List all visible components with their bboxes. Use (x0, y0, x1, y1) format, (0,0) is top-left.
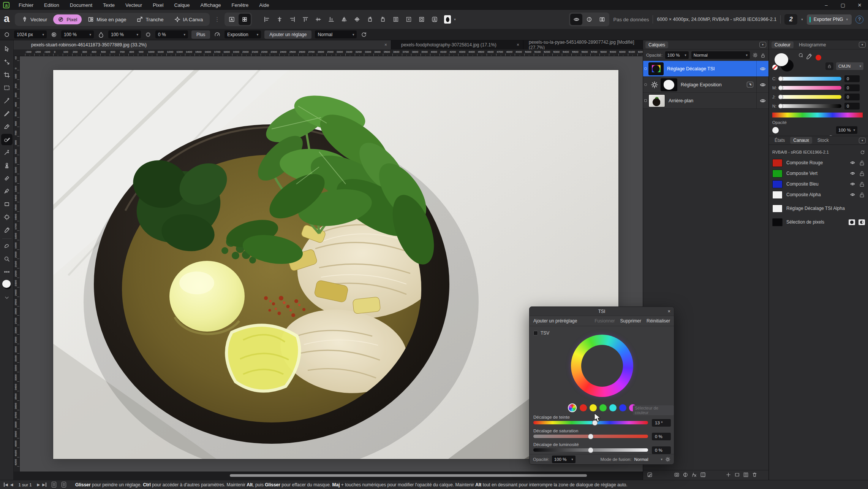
chevron-down-icon[interactable]: ▾ (801, 17, 803, 21)
split-view-button[interactable] (583, 14, 595, 25)
document-tab[interactable]: pexels-su-la-pyae-54514809-28907742.jpg … (523, 40, 650, 49)
export-png-button[interactable]: Exporter PNG ▾ (807, 14, 852, 25)
tab-calques[interactable]: Calques (645, 41, 668, 48)
panel-menu-button[interactable]: ▾ (759, 42, 766, 48)
first-page-button[interactable]: ◀ (4, 483, 8, 487)
layer-blend-select[interactable]: Normal▾ (691, 51, 750, 59)
add-adjustment-button[interactable] (683, 472, 688, 479)
channel-visibility-icon[interactable] (850, 161, 855, 165)
picked-color-swatch[interactable] (816, 55, 821, 60)
opacity-swatch[interactable] (772, 127, 779, 133)
grid-view-button[interactable] (239, 14, 251, 25)
menu-aide[interactable]: Aide (254, 0, 274, 10)
blend-mode-select[interactable]: Normal▾ (315, 30, 357, 38)
help-button[interactable]: ? (855, 16, 863, 24)
luminosity-shift-value[interactable]: 0 % (652, 446, 671, 454)
align-left-button[interactable] (260, 13, 273, 26)
crop-tool[interactable] (1, 69, 13, 81)
erase-tool[interactable] (1, 121, 13, 132)
panel-menu-button[interactable]: ▾ (859, 138, 866, 143)
flip-horizontal-button[interactable] (338, 13, 351, 26)
horizontal-scrollbar[interactable] (14, 472, 656, 480)
pen-tool[interactable] (1, 186, 13, 197)
zoom-tool[interactable] (1, 253, 13, 265)
duplicate-layer-button[interactable] (743, 472, 749, 479)
channel-lock-icon[interactable] (859, 170, 865, 176)
cyan-knob[interactable] (778, 76, 783, 81)
edit-all-layers-button[interactable] (647, 472, 653, 479)
insert-layer-button[interactable] (726, 472, 731, 479)
tsi-dialog[interactable]: TSI × Ajouter un préréglage Fusionner Su… (529, 306, 674, 465)
face-frame-button[interactable] (428, 13, 441, 26)
marquee-tool[interactable] (1, 82, 13, 94)
compare-view-button[interactable] (596, 14, 608, 25)
saturation-shift-value[interactable]: 0 % (652, 433, 671, 440)
channel-lock-icon[interactable] (859, 181, 865, 187)
color-mode-select[interactable]: CMJN▾ (836, 62, 863, 70)
swatch-blue[interactable] (619, 404, 626, 411)
cyan-value[interactable]: 0 (844, 75, 860, 82)
window-maximize-button[interactable]: ▢ (835, 0, 851, 10)
move-tool[interactable] (1, 43, 13, 55)
persona-ia-canva[interactable]: IA Canva (170, 14, 208, 24)
layer-row-exposition[interactable]: Réglage Exposition ◥ (643, 77, 768, 93)
page-duplicate-icon[interactable] (62, 482, 66, 487)
magenta-value[interactable]: 0 (844, 84, 860, 91)
spectrum-strip[interactable] (772, 113, 863, 117)
layer-row-arriere-plan[interactable]: Arrière-plan (643, 93, 768, 109)
toolbar-overflow-icon[interactable]: ⋮ (214, 16, 220, 23)
color-picker-tool[interactable] (1, 224, 13, 236)
adjustment-brush-tool[interactable] (1, 134, 13, 145)
layer-mask-thumbnail[interactable] (661, 78, 677, 91)
layer-visibility-toggle[interactable] (756, 93, 768, 108)
swatch-green[interactable] (599, 404, 607, 411)
color-wheel[interactable] (571, 335, 633, 397)
add-pixel-layer-button[interactable] (700, 472, 706, 479)
menu-pixel[interactable]: Pixel (147, 0, 169, 10)
yellow-slider[interactable] (778, 95, 841, 99)
add-mask-button[interactable] (674, 472, 680, 479)
delete-button[interactable]: Supprimer (620, 318, 641, 324)
selection-half-icon[interactable] (859, 219, 865, 225)
more-tools-button[interactable] (1, 266, 13, 278)
swatch-red[interactable] (580, 404, 587, 411)
clone-tool[interactable] (1, 160, 13, 171)
horizontal-scrollbar-handle[interactable] (230, 474, 587, 477)
tsv-checkbox[interactable] (533, 331, 538, 335)
layer-opacity-field[interactable]: 100 %▾ (665, 51, 689, 59)
chevron-down-icon[interactable]: ▾ (661, 457, 662, 461)
foreground-color-swatch[interactable] (2, 280, 11, 288)
brush-hardness-field[interactable]: 0 %▾ (155, 30, 188, 38)
selection-brush-tool[interactable] (1, 95, 13, 106)
more-button[interactable]: Plus (191, 30, 210, 39)
black-slider[interactable] (778, 104, 841, 108)
tab-histogramme[interactable]: Histogramme (796, 41, 829, 48)
add-preset-button[interactable]: Ajouter un préréglage (533, 318, 577, 324)
layer-link-marker[interactable] (644, 99, 647, 102)
flip-vertical-button[interactable] (351, 13, 364, 26)
brush-opacity-field[interactable]: 100 %▾ (61, 30, 94, 38)
adjustment-select[interactable]: Exposition▾ (225, 30, 261, 38)
saturation-knob[interactable] (588, 433, 594, 439)
next-page-button[interactable]: ▶ (37, 483, 40, 487)
menu-texte[interactable]: Texte (98, 0, 120, 10)
document-tab[interactable]: pexels-stuart-robinson-461411873-3507788… (14, 40, 391, 49)
channel-visibility-icon[interactable] (850, 182, 855, 186)
hue-shift-slider[interactable] (533, 421, 648, 424)
yellow-knob[interactable] (778, 95, 783, 100)
text-frame-button[interactable] (226, 14, 238, 25)
channel-row-rouge[interactable]: Composite Rouge (769, 157, 868, 168)
group-layers-button[interactable] (734, 472, 740, 479)
preview-eye-button[interactable] (570, 14, 582, 25)
layer-badge[interactable]: ◥ (747, 82, 753, 87)
node-tool[interactable] (1, 56, 13, 68)
mask-frame-button[interactable] (415, 13, 428, 26)
menu-document[interactable]: Document (65, 0, 98, 10)
channel-row-selection[interactable]: Sélection de pixels (769, 217, 868, 227)
previous-page-button[interactable]: ◀ (10, 483, 13, 487)
magenta-knob[interactable] (778, 86, 783, 90)
color-well[interactable] (2, 280, 12, 290)
vertical-ruler[interactable]: -100010020030040050060070080090010001100… (14, 56, 20, 472)
selection-solid-icon[interactable] (849, 219, 855, 225)
channel-row-tsi-alpha[interactable]: Réglage Décalage TSI Alpha (769, 203, 868, 214)
